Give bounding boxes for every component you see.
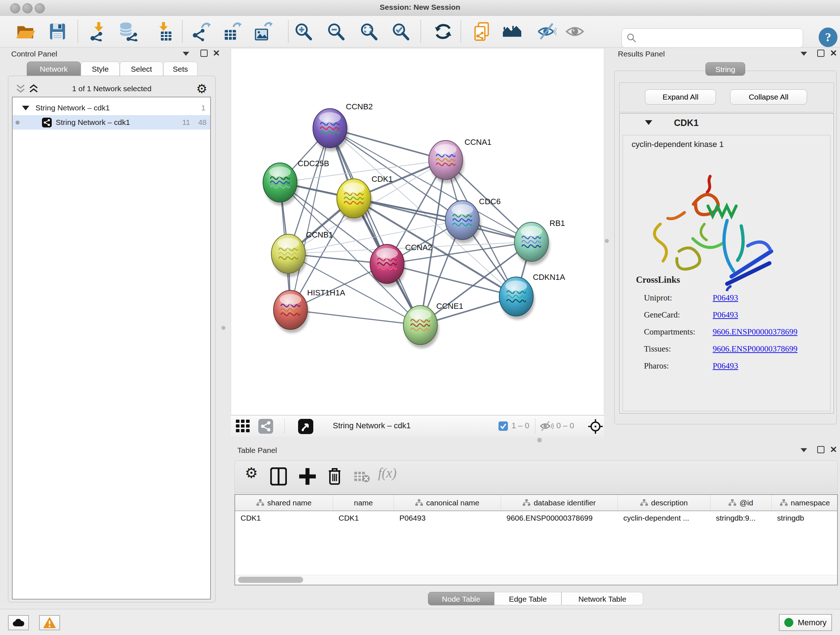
gene-entry-expander-icon[interactable] xyxy=(645,120,652,125)
hide-panel-eye-button[interactable] xyxy=(537,22,556,41)
delete-column-trash-icon[interactable] xyxy=(327,467,342,486)
delete-table-icon[interactable] xyxy=(354,471,370,483)
selected-checkbox-icon[interactable] xyxy=(499,421,508,431)
selected-node-edge-counts: 1 – 0 xyxy=(512,421,529,431)
horizontal-splitter-handle[interactable] xyxy=(537,438,542,442)
results-panel-float-icon[interactable] xyxy=(817,50,824,57)
table-cell[interactable]: CDK1 xyxy=(333,511,394,525)
tab-network-table[interactable]: Network Table xyxy=(561,592,643,605)
tab-string[interactable]: String xyxy=(706,62,745,76)
tab-sets[interactable]: Sets xyxy=(163,62,197,76)
tab-network[interactable]: Network xyxy=(27,62,81,76)
export-image-button[interactable] xyxy=(254,22,273,41)
expand-all-button[interactable]: Expand All xyxy=(645,89,716,105)
tab-edge-table[interactable]: Edge Table xyxy=(494,592,561,605)
zoom-in-button[interactable] xyxy=(294,22,313,41)
network-tab-box: 1 of 1 Network selected ⚙ String Network… xyxy=(8,76,216,602)
zoom-fit-button[interactable] xyxy=(359,22,379,41)
export-network-button[interactable] xyxy=(192,22,212,41)
network-node-CCNA2[interactable]: CCNA2 xyxy=(370,243,432,287)
network-node-CDKN1A[interactable]: CDKN1A xyxy=(499,272,565,320)
show-panel-eye-button[interactable] xyxy=(565,22,584,41)
apply-layout-button[interactable] xyxy=(433,22,453,41)
save-session-button[interactable] xyxy=(48,22,67,41)
export-table-button[interactable] xyxy=(223,22,242,41)
table-settings-gear-icon[interactable]: ⚙ xyxy=(245,464,258,481)
clone-network-button[interactable] xyxy=(472,22,492,41)
cloud-status-button[interactable] xyxy=(8,615,29,630)
network-node-CDK1[interactable]: CDK1 xyxy=(337,174,393,222)
table-cell[interactable]: stringdb xyxy=(772,511,838,525)
control-panel-close-icon[interactable]: ✕ xyxy=(213,50,220,57)
network-node-CCNE1[interactable]: CCNE1 xyxy=(403,302,463,348)
results-panel-close-icon[interactable]: ✕ xyxy=(830,50,837,57)
gene-entry-header[interactable]: CDK1 xyxy=(620,114,834,132)
tab-style[interactable]: Style xyxy=(81,62,120,76)
crosslink-value-link[interactable]: P06493 xyxy=(713,293,738,302)
network-view-canvas[interactable]: CCNB2CCNA1CDC25BCDK1CDC6RB1CCNB1CCNA2CDK… xyxy=(231,48,604,415)
table-cell[interactable]: 9606.ENSP00000378699 xyxy=(501,511,618,525)
vertical-splitter-handle[interactable] xyxy=(221,326,225,330)
import-network-from-database-button[interactable] xyxy=(118,22,138,41)
network-node-CCNB1[interactable]: CCNB1 xyxy=(271,230,333,277)
column-header--id[interactable]: @id xyxy=(711,495,772,510)
column-header-name[interactable]: name xyxy=(333,495,394,510)
network-node-CCNA1[interactable]: CCNA1 xyxy=(429,138,492,183)
tab-node-table[interactable]: Node Table xyxy=(428,592,494,605)
memory-button[interactable]: Memory xyxy=(779,614,832,631)
column-header-namespace[interactable]: namespace xyxy=(772,495,838,510)
column-header-shared-name[interactable]: shared name xyxy=(235,495,333,510)
grid-view-icon[interactable] xyxy=(236,420,250,433)
control-panel-collapse-icon[interactable] xyxy=(183,52,189,56)
center-view-crosshair-icon[interactable] xyxy=(587,418,603,434)
scrollbar-thumb[interactable] xyxy=(238,577,303,583)
results-panel-title: Results Panel xyxy=(618,50,665,58)
import-network-button[interactable] xyxy=(89,22,109,41)
warnings-button[interactable] xyxy=(39,615,60,630)
zoom-selected-button[interactable] xyxy=(391,22,411,41)
search-input[interactable] xyxy=(640,33,803,43)
network-options-gear-icon[interactable]: ⚙ xyxy=(196,81,207,96)
network-view-share-icon[interactable] xyxy=(258,419,273,434)
birds-eye-view-button[interactable] xyxy=(502,22,522,41)
create-column-plus-icon[interactable] xyxy=(299,467,316,486)
vertical-splitter-handle[interactable] xyxy=(605,239,609,243)
function-builder-icon[interactable]: f(x) xyxy=(378,465,396,481)
control-panel-float-icon[interactable] xyxy=(201,50,208,57)
network-node-HIST1H1A[interactable]: HIST1H1A xyxy=(273,288,345,333)
table-panel-close-icon[interactable]: ✕ xyxy=(830,446,837,453)
table-cell[interactable]: stringdb:9... xyxy=(711,511,772,525)
table-cell[interactable]: P06493 xyxy=(394,511,501,525)
fly-to-network-icon[interactable] xyxy=(298,419,313,434)
table-row[interactable]: CDK1CDK1P064939606.ENSP00000378699cyclin… xyxy=(235,511,837,525)
collapse-all-button[interactable]: Collapse All xyxy=(730,89,807,105)
network-tree-row-selected[interactable]: String Network – cdk1 11 48 xyxy=(13,115,210,130)
column-header-description[interactable]: description xyxy=(618,495,711,510)
column-header-database-identifier[interactable]: database identifier xyxy=(501,495,618,510)
network-graph[interactable]: CCNB2CCNA1CDC25BCDK1CDC6RB1CCNB1CCNA2CDK… xyxy=(231,49,604,415)
table-panel-float-icon[interactable] xyxy=(817,446,824,453)
results-panel-collapse-icon[interactable] xyxy=(801,52,807,56)
network-node-RB1[interactable]: RB1 xyxy=(515,219,565,265)
help-button[interactable]: ? xyxy=(819,27,837,47)
column-header-canonical-name[interactable]: canonical name xyxy=(394,495,501,510)
network-edge-HIST1H1A-CCNE1[interactable] xyxy=(291,310,420,325)
crosslink-value-link[interactable]: 9606.ENSP00000378699 xyxy=(713,344,798,354)
network-edge-CDK1-RB1[interactable] xyxy=(354,198,531,242)
network-tree-root-row[interactable]: String Network – cdk1 1 xyxy=(13,101,210,115)
table-cell[interactable]: cyclin-dependent ... xyxy=(618,511,711,525)
network-edge-CCNB2-HIST1H1A[interactable] xyxy=(291,128,330,310)
tab-select[interactable]: Select xyxy=(120,62,163,76)
table-cell[interactable]: CDK1 xyxy=(235,511,333,525)
zoom-out-button[interactable] xyxy=(326,22,346,41)
table-horizontal-scrollbar[interactable] xyxy=(235,575,837,585)
show-columns-icon[interactable] xyxy=(270,467,287,486)
network-node-CCNB2[interactable]: CCNB2 xyxy=(313,102,373,151)
table-panel-collapse-icon[interactable] xyxy=(801,448,807,452)
crosslink-value-link[interactable]: P06493 xyxy=(713,310,738,320)
crosslink-value-link[interactable]: 9606.ENSP00000378699 xyxy=(713,327,798,337)
tree-expander-icon[interactable] xyxy=(22,106,29,111)
crosslink-value-link[interactable]: P06493 xyxy=(713,361,738,371)
import-table-button[interactable] xyxy=(155,22,174,41)
open-session-button[interactable] xyxy=(16,22,35,41)
